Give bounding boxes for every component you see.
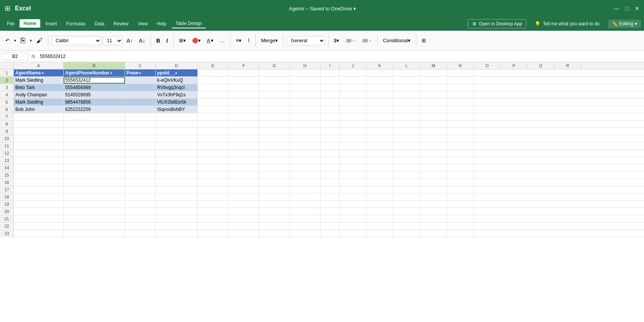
cell-i2[interactable] (320, 77, 340, 84)
cell-h11[interactable] (290, 142, 320, 149)
cell-h8[interactable] (290, 121, 320, 127)
cell-h4[interactable] (290, 91, 320, 98)
cell-e5[interactable] (198, 99, 228, 106)
cell-g19[interactable] (259, 201, 290, 208)
cell-m18[interactable] (420, 193, 447, 200)
cell-c10[interactable] (125, 135, 156, 142)
cell-h2[interactable] (290, 77, 320, 84)
cell-j20[interactable] (340, 208, 366, 215)
cell-i7[interactable] (320, 113, 340, 120)
cell-f12[interactable] (228, 150, 259, 157)
cell-k18[interactable] (366, 193, 393, 200)
cell-m19[interactable] (420, 201, 447, 208)
cell-d19[interactable] (156, 201, 198, 208)
cell-g16[interactable] (259, 179, 290, 186)
sort-filter-btn[interactable]: ⊞ (419, 36, 428, 45)
cell-c6[interactable] (125, 106, 156, 113)
cell-d14[interactable] (156, 164, 198, 171)
cell-a6[interactable]: Bob John (14, 106, 64, 113)
cell-d22[interactable] (156, 223, 198, 230)
cell-d18[interactable] (156, 193, 198, 200)
cell-g13[interactable] (259, 157, 290, 164)
cell-j22[interactable] (340, 223, 366, 230)
cell-h12[interactable] (290, 150, 320, 157)
col-header-a[interactable]: A (14, 62, 64, 69)
cell-h17[interactable] (290, 186, 320, 193)
cell-e20[interactable] (198, 208, 228, 215)
cell-n8[interactable] (447, 121, 474, 127)
col-header-j[interactable]: J (340, 62, 366, 69)
menu-review[interactable]: Review (110, 20, 132, 28)
cell-c15[interactable] (125, 172, 156, 178)
cell-n19[interactable] (447, 201, 474, 208)
cell-a8[interactable] (14, 121, 64, 127)
cell-c18[interactable] (125, 193, 156, 200)
cell-m16[interactable] (420, 179, 447, 186)
format-painter-btn[interactable]: 🖌 (34, 36, 45, 46)
paste-dropdown[interactable]: ▾ (29, 37, 33, 44)
cell-m9[interactable] (420, 128, 447, 135)
cell-l9[interactable] (393, 128, 420, 135)
currency-btn[interactable]: $▾ (332, 36, 342, 45)
cell-i12[interactable] (320, 150, 340, 157)
cell-h16[interactable] (290, 179, 320, 186)
cell-k4[interactable] (366, 91, 393, 98)
cell-d16[interactable] (156, 179, 198, 186)
cell-c11[interactable] (125, 142, 156, 149)
menu-formulas[interactable]: Formulas (62, 20, 89, 28)
cell-i20[interactable] (320, 208, 340, 215)
cell-k6[interactable] (366, 106, 393, 113)
cell-b10[interactable] (64, 135, 125, 142)
merge-btn[interactable]: Merge▾ (259, 36, 280, 45)
cell-l17[interactable] (393, 186, 420, 193)
col-header-h[interactable]: H (290, 62, 320, 69)
cell-f2[interactable] (228, 77, 259, 84)
cell-a3[interactable]: Beto Tark (14, 84, 64, 91)
increase-dec-btn[interactable]: .00→ (360, 37, 374, 45)
cell-f19[interactable] (228, 201, 259, 208)
cell-g1[interactable] (259, 69, 290, 76)
app-grid-icon[interactable]: ⊞ (5, 4, 10, 13)
cell-b3[interactable]: 5554856989 (64, 84, 125, 91)
cell-e7[interactable] (198, 113, 228, 120)
cell-g7[interactable] (259, 113, 290, 120)
cell-d2[interactable]: k-eQIvVKuQ (156, 77, 198, 84)
cell-j16[interactable] (340, 179, 366, 186)
cell-i8[interactable] (320, 121, 340, 127)
cell-m17[interactable] (420, 186, 447, 193)
cell-f21[interactable] (228, 215, 259, 222)
cell-a7[interactable] (14, 113, 64, 120)
cell-e11[interactable] (198, 142, 228, 149)
cell-c8[interactable] (125, 121, 156, 127)
cell-l13[interactable] (393, 157, 420, 164)
cell-a11[interactable] (14, 142, 64, 149)
italic-btn[interactable]: I (164, 36, 170, 45)
cell-b2[interactable]: 5556532412 (64, 77, 125, 84)
wrap-btn[interactable]: ⌇ (245, 36, 252, 45)
cell-e2[interactable] (198, 77, 228, 84)
decrease-dec-btn[interactable]: .00← (343, 37, 358, 45)
undo-dropdown[interactable]: ▾ (13, 37, 17, 44)
maximize-btn[interactable]: □ (626, 5, 629, 12)
cell-a18[interactable] (14, 193, 64, 200)
col-header-q[interactable]: Q (527, 62, 554, 69)
cell-c23[interactable] (125, 230, 156, 237)
col-header-f[interactable]: F (228, 62, 259, 69)
cell-c5[interactable] (125, 99, 156, 106)
font-name-selector[interactable]: Calibri (51, 36, 101, 45)
cell-c4[interactable] (125, 91, 156, 98)
cell-a15[interactable] (14, 172, 64, 178)
cell-b5[interactable]: 9854478856 (64, 99, 125, 106)
cell-k22[interactable] (366, 223, 393, 230)
cell-i18[interactable] (320, 193, 340, 200)
cell-c17[interactable] (125, 186, 156, 193)
cell-j15[interactable] (340, 172, 366, 178)
cell-m2[interactable] (420, 77, 447, 84)
cell-l6[interactable] (393, 106, 420, 113)
editing-mode-btn[interactable]: ✏️ Editing ▾ (608, 20, 641, 28)
cell-n4[interactable] (447, 91, 474, 98)
undo-btn[interactable]: ↶ (3, 36, 12, 45)
cell-e9[interactable] (198, 128, 228, 135)
cell-m7[interactable] (420, 113, 447, 120)
cell-n13[interactable] (447, 157, 474, 164)
